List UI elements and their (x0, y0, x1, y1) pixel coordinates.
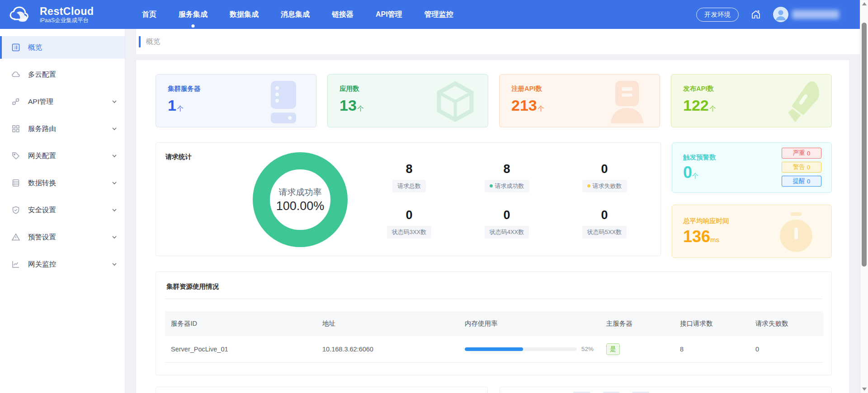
memory-progress-bar (465, 347, 577, 351)
warning-icon (11, 233, 20, 242)
response-time-title: 总平均响应时间 (683, 217, 729, 225)
stat-card-value: 13 (340, 97, 357, 114)
request-stats-panel: 请求统计 请求成功率 100.00% 8 请求总数 8 请求成功数 0 (156, 142, 661, 256)
badge-critical: 严重0 (782, 148, 821, 159)
scrollbar-down-arrow[interactable] (862, 388, 867, 391)
stat-cards-row: 集群服务器 1个 应用数 13个 注册AP (156, 74, 832, 127)
metric-failed-requests: 0 请求失败数 (556, 154, 653, 201)
nav-item-message-integration[interactable]: 消息集成 (281, 0, 310, 29)
alerts-value: 0 (683, 163, 692, 182)
username-redacted (792, 10, 839, 19)
col-fail-count: 请求失败数 (755, 311, 823, 336)
nav-item-service-integration[interactable]: 服务集成 (179, 0, 208, 29)
sidebar-item-api-management[interactable]: API管理 (0, 90, 125, 113)
stopwatch-icon (775, 211, 817, 253)
brand-subtitle: iPaaS企业集成平台 (40, 17, 94, 23)
stat-card-unit: 个 (538, 105, 544, 112)
sidebar-item-label: 安全设置 (28, 206, 56, 215)
stat-card-registered-apis[interactable]: 注册API数 213个 (499, 74, 660, 127)
nav-item-home[interactable]: 首页 (142, 0, 156, 29)
donut-value: 100.00% (276, 199, 325, 213)
server-icon (261, 80, 306, 123)
person-icon (604, 80, 650, 123)
stat-card-published-apis[interactable]: 发布API数 122个 (671, 74, 832, 127)
memory-percent-label: 52% (581, 346, 594, 352)
nav-item-api-management[interactable]: API管理 (376, 0, 402, 29)
cube-icon (433, 80, 478, 123)
scrollbar-up-arrow[interactable] (862, 2, 867, 5)
sidebar-item-gateway-config[interactable]: 网关配置 (0, 145, 125, 167)
sidebar-item-alert-settings[interactable]: 预警设置 (0, 226, 125, 248)
col-request-count: 接口请求数 (680, 311, 755, 336)
chevron-down-icon (111, 180, 118, 186)
cell-fail-count: 0 (755, 336, 823, 362)
stat-card-unit: 个 (177, 105, 184, 112)
cell-is-master: 是 (606, 336, 680, 362)
metric-success-requests: 8 请求成功数 (458, 154, 556, 201)
nav-item-connector[interactable]: 链接器 (332, 0, 354, 29)
sidebar-item-label: 网关监控 (28, 260, 56, 269)
alerts-panel: 触发预警数 0个 严重0 警告0 提醒0 (672, 142, 832, 193)
user-menu[interactable] (773, 7, 839, 22)
col-memory-usage: 内存使用率 (465, 311, 606, 336)
sidebar-item-label: 预警设置 (28, 233, 56, 242)
sidebar-item-data-transform[interactable]: 数据转换 (0, 172, 125, 194)
page-scrollbar[interactable] (860, 0, 868, 393)
nav-item-admin-monitor[interactable]: 管理监控 (425, 0, 453, 29)
col-is-master: 主服务器 (606, 311, 680, 336)
col-server-id: 服务器ID (165, 311, 322, 336)
table-row[interactable]: Server_PocLive_01 10.168.3.62:6060 52% 是 (165, 336, 823, 362)
col-address: 地址 (322, 311, 465, 336)
cluster-resources-panel: 集群资源使用情况 服务器ID 地址 内存使用率 主服务器 接口请求数 请求失败数 (156, 271, 832, 375)
scrollbar-thumb[interactable] (862, 23, 867, 267)
green-dot (490, 184, 493, 187)
response-time-unit: ms (710, 236, 719, 243)
content-card: 集群服务器 1个 应用数 13个 注册AP (136, 60, 849, 393)
table-header-row: 服务器ID 地址 内存使用率 主服务器 接口请求数 请求失败数 (165, 311, 823, 336)
yellow-dot (587, 184, 590, 187)
alerts-unit: 个 (692, 172, 698, 179)
server-icon (11, 178, 20, 187)
home-icon[interactable] (750, 9, 761, 20)
nav-item-data-integration[interactable]: 数据集成 (230, 0, 259, 29)
metric-status-3xx: 0 状态码3XX数 (360, 201, 458, 247)
stat-card-unit: 个 (358, 105, 364, 112)
alert-badges: 严重0 警告0 提醒0 (782, 148, 821, 187)
api-plug-icon (11, 97, 20, 106)
right-column: 触发预警数 0个 严重0 警告0 提醒0 总平均响应时间 136ms (672, 142, 832, 258)
cloud-logo-icon (8, 5, 34, 23)
line-chart-icon (11, 260, 20, 269)
stat-card-value: 213 (511, 97, 537, 114)
grid-icon (11, 124, 20, 133)
cloud-icon (11, 70, 20, 79)
shield-icon (11, 206, 20, 215)
sidebar-item-label: 服务路由 (28, 124, 56, 134)
active-nav-dot (192, 24, 195, 28)
metric-status-5xx: 0 状态码5XX数 (556, 201, 653, 247)
brand[interactable]: RestCloud iPaaS企业集成平台 (0, 5, 118, 24)
stat-card-cluster-servers[interactable]: 集群服务器 1个 (156, 74, 316, 127)
bottom-left-panel (156, 387, 488, 393)
sidebar-item-overview[interactable]: 概览 (0, 36, 125, 59)
sidebar-item-multicloud[interactable]: 多云配置 (0, 63, 125, 86)
tag-icon (11, 151, 20, 160)
page-title: 概览 (146, 37, 160, 47)
sidebar-item-security-settings[interactable]: 安全设置 (0, 199, 125, 221)
sidebar-item-label: API管理 (28, 97, 53, 107)
chevron-down-icon (111, 234, 118, 240)
metric-status-4xx: 0 状态码4XX数 (458, 201, 556, 247)
sidebar-item-service-routing[interactable]: 服务路由 (0, 117, 125, 140)
megaphone-icon (774, 80, 821, 123)
environment-button[interactable]: 开发环境 (696, 8, 739, 22)
sidebar-item-gateway-monitor[interactable]: 网关监控 (0, 253, 125, 276)
title-accent-bar (139, 36, 141, 47)
cluster-table: 服务器ID 地址 内存使用率 主服务器 接口请求数 请求失败数 Server_P… (165, 311, 823, 363)
divider (165, 299, 822, 299)
alerts-title: 触发预警数 (683, 153, 716, 162)
cell-server-id: Server_PocLive_01 (165, 336, 322, 362)
request-metrics-grid: 8 请求总数 8 请求成功数 0 请求失败数 0 状态码3XX数 (360, 143, 653, 256)
avatar (773, 7, 788, 22)
nav-menu: 首页 服务集成 数据集成 消息集成 链接器 API管理 管理监控 (142, 0, 453, 29)
stat-card-applications[interactable]: 应用数 13个 (327, 74, 488, 127)
response-time-value: 136 (683, 227, 710, 246)
